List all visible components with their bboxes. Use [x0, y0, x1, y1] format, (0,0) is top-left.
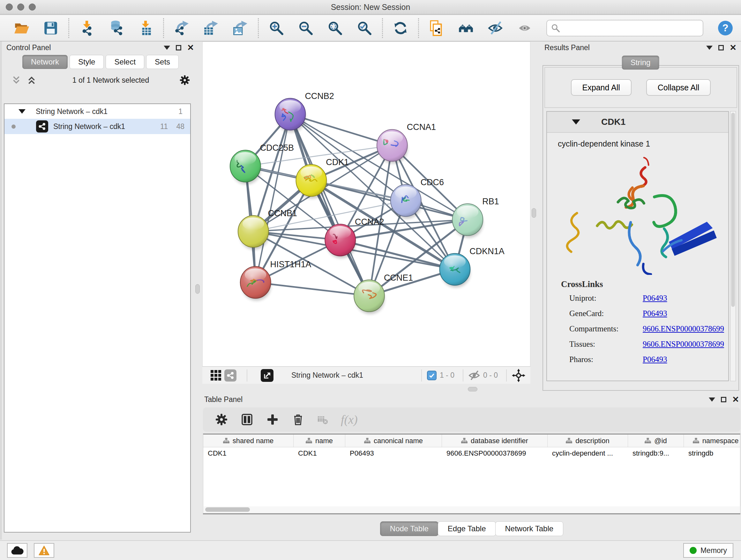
column-header-shared-name[interactable]: shared name — [203, 435, 293, 447]
export-network-icon[interactable] — [174, 20, 190, 36]
panel-menu-icon[interactable] — [164, 46, 170, 50]
network-edge-HIST1H1A-CCNE1[interactable] — [256, 283, 369, 296]
tab-network-table[interactable]: Network Table — [495, 521, 563, 536]
protein-section-header[interactable]: CDK1 — [547, 112, 728, 133]
table-row[interactable]: CDK1CDK1P064939606.ENSP00000378699cyclin… — [203, 447, 740, 460]
results-float-icon[interactable] — [718, 45, 724, 51]
help-icon[interactable]: ? — [718, 20, 733, 36]
zoom-fit-icon[interactable] — [327, 20, 343, 36]
show-all-icon[interactable] — [517, 20, 533, 36]
table-cell[interactable]: stringdb — [684, 447, 740, 460]
collapse-all-networks-icon[interactable] — [11, 75, 21, 85]
network-view[interactable]: CCNB2CCNA1CDC25BCDK1CDC6RB1CCNB1CCNA2CDK… — [202, 42, 530, 367]
results-menu-icon[interactable] — [706, 46, 713, 50]
export-image-icon[interactable] — [232, 20, 248, 36]
attribute-icon — [364, 438, 370, 444]
table-menu-icon[interactable] — [709, 397, 715, 401]
import-network-database-icon[interactable] — [108, 20, 124, 36]
expand-all-button[interactable]: Expand All — [571, 79, 631, 96]
panel-close-icon[interactable]: ✕ — [187, 44, 194, 52]
table-options-gear-icon[interactable] — [215, 413, 228, 426]
fit-content-crosshair-icon[interactable] — [512, 369, 525, 382]
show-columns-icon[interactable] — [241, 413, 253, 426]
column-header-canonical-name[interactable]: canonical name — [345, 435, 442, 447]
column-header-name[interactable]: name — [293, 435, 345, 447]
memory-button[interactable]: Memory — [683, 543, 733, 558]
column-header--id[interactable]: @id — [628, 435, 684, 447]
tab-select[interactable]: Select — [106, 55, 144, 69]
search-input[interactable] — [560, 24, 699, 32]
export-table-icon[interactable] — [203, 20, 219, 36]
network-edge-CCNB2-HIST1H1A[interactable] — [256, 114, 290, 283]
collection-label: String Network – cdk1 — [36, 107, 108, 116]
hide-selected-icon[interactable] — [487, 20, 503, 36]
tab-string[interactable]: String — [622, 56, 659, 70]
results-scrollbar[interactable] — [730, 111, 736, 381]
table-cell[interactable]: 9606.ENSP00000378699 — [442, 447, 548, 460]
panel-float-icon[interactable] — [176, 45, 181, 51]
import-table-file-icon[interactable] — [138, 20, 153, 36]
table-float-icon[interactable] — [721, 397, 726, 402]
delete-column-icon[interactable] — [292, 413, 305, 426]
left-splitter-handle[interactable] — [195, 284, 200, 294]
birds-eye-view-icon[interactable] — [211, 370, 221, 381]
warnings-button[interactable] — [34, 543, 54, 558]
tab-edge-table[interactable]: Edge Table — [438, 521, 496, 536]
tab-sets[interactable]: Sets — [146, 55, 179, 69]
tab-style[interactable]: Style — [70, 55, 104, 69]
first-neighbors-icon[interactable] — [458, 20, 474, 36]
network-node-CDC6[interactable]: CDC6 — [391, 178, 444, 219]
table-cell[interactable]: CDK1 — [203, 447, 293, 460]
import-network-file-icon[interactable] — [79, 20, 95, 36]
table-cell[interactable]: P06493 — [345, 447, 442, 460]
crosslink-link[interactable]: 9606.ENSP00000378699 — [643, 340, 724, 349]
column-header-database-identifier[interactable]: database identifier — [442, 435, 548, 447]
selected-checkbox-icon[interactable] — [427, 371, 436, 380]
crosslink-link[interactable]: 9606.ENSP00000378699 — [643, 324, 724, 333]
network-edge-CCNB2-CCNA1[interactable] — [290, 114, 392, 145]
network-node-CCNE1[interactable]: CCNE1 — [354, 273, 413, 314]
table-cell[interactable]: CDK1 — [293, 447, 345, 460]
zoom-in-icon[interactable] — [268, 20, 284, 36]
network-node-CDKN1A[interactable]: CDKN1A — [440, 246, 504, 288]
right-splitter-handle[interactable] — [532, 208, 536, 218]
table-horizontal-scrollbar[interactable] — [203, 506, 740, 513]
open-in-new-window-icon[interactable] — [261, 369, 273, 382]
collection-expander-icon[interactable] — [18, 109, 25, 114]
expand-all-networks-icon[interactable] — [27, 75, 37, 85]
crosslink-link[interactable]: P06493 — [643, 294, 667, 303]
new-network-from-selection-icon[interactable] — [428, 20, 445, 36]
network-options-gear-icon[interactable] — [179, 75, 190, 85]
table-cell[interactable]: stringdb:9... — [628, 447, 684, 460]
network-row-selected[interactable]: String Network – cdk1 11 48 — [4, 119, 190, 134]
network-node-CDK1[interactable]: CDK1 — [296, 158, 349, 199]
refresh-icon[interactable] — [393, 20, 408, 36]
zoom-selected-icon[interactable] — [356, 20, 373, 36]
protein-collapse-icon[interactable] — [572, 119, 580, 125]
table-close-icon[interactable]: ✕ — [732, 395, 739, 403]
crosslink-link[interactable]: P06493 — [643, 355, 667, 364]
collapse-all-button[interactable]: Collapse All — [646, 79, 711, 96]
results-close-icon[interactable]: ✕ — [730, 44, 737, 52]
column-header-description[interactable]: description — [548, 435, 628, 447]
open-session-icon[interactable] — [13, 20, 29, 36]
network-node-HIST1H1A[interactable]: HIST1H1A — [240, 260, 312, 301]
table-cell[interactable]: cyclin-dependent ... — [548, 447, 628, 460]
tab-node-table[interactable]: Node Table — [380, 521, 439, 536]
cloud-button[interactable] — [7, 543, 27, 558]
network-node-CCNB2[interactable]: CCNB2 — [275, 91, 334, 132]
crosslink-link[interactable]: P06493 — [643, 309, 667, 318]
horizontal-splitter-handle[interactable] — [468, 387, 477, 391]
network-edge-CDK1-RB1[interactable] — [311, 180, 468, 220]
network-share-icon[interactable] — [224, 369, 237, 381]
network-collection-row[interactable]: String Network – cdk1 1 — [4, 104, 190, 119]
create-column-icon[interactable] — [266, 413, 279, 426]
network-canvas[interactable]: CCNB2CCNA1CDC25BCDK1CDC6RB1CCNB1CCNA2CDK… — [203, 42, 530, 366]
save-session-icon[interactable] — [43, 20, 59, 36]
network-node-CCNA1[interactable]: CCNA1 — [377, 122, 436, 164]
zoom-out-icon[interactable] — [298, 20, 314, 36]
column-header-namespace[interactable]: namespace — [684, 435, 740, 447]
function-builder-icon: f(x) — [341, 413, 358, 427]
network-node-RB1[interactable]: RB1 — [452, 197, 499, 238]
tab-network[interactable]: Network — [22, 55, 68, 69]
